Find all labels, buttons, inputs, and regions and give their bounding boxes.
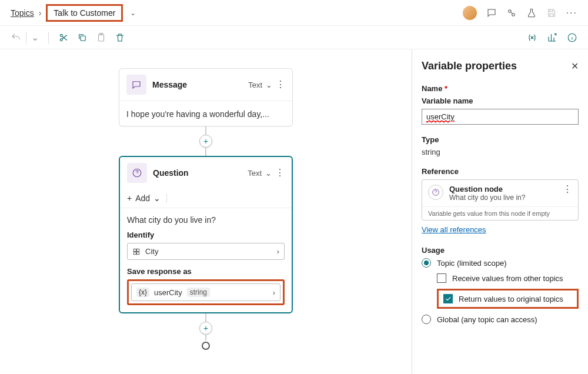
comment-icon[interactable] [486,8,497,18]
svg-point-3 [60,34,62,36]
chevron-down-icon[interactable]: ⌄ [130,9,136,17]
chevron-down-icon: ⌄ [153,193,161,203]
end-node [202,342,210,350]
node-title: Question [153,168,242,178]
reference-box: Question node What city do you live in? … [422,179,579,221]
return-values-highlight: Return values to original topics [437,289,579,309]
undo-icon[interactable] [11,32,21,43]
connector [205,335,206,340]
usage-label: Usage [422,246,579,255]
reference-label: Reference [422,167,579,176]
plus-icon: + [127,193,132,203]
canvas[interactable]: Message Text ⌄ ⋮ I hope you're having a … [0,49,412,374]
add-node-button[interactable]: + [199,135,212,148]
chevron-right-icon: › [277,247,279,256]
avatar[interactable] [463,6,477,20]
reference-footer: Variable gets value from this node if em… [422,206,578,220]
add-label: Add [135,193,150,203]
breadcrumb-current[interactable]: Talk to Customer [46,4,123,22]
close-icon[interactable]: ✕ [571,61,579,72]
entity-icon [132,248,141,256]
toolbar: ⌄ [0,26,588,49]
reference-subtitle: What city do you live in? [449,193,557,202]
add-bar[interactable]: + Add ⌄ [120,189,292,208]
breadcrumb-root[interactable]: Topics [11,8,34,18]
chevron-down-icon[interactable]: ⌄ [31,32,39,43]
header-actions: ··· [463,6,577,20]
message-icon [126,75,146,95]
paste-icon[interactable] [96,32,106,43]
save-label: Save response as [127,267,285,276]
breadcrumb: Topics › Talk to Customer ⌄ [11,4,136,22]
node-type-label[interactable]: Text [248,81,262,89]
panel-title: Variable properties [422,60,517,72]
node-title: Message [152,80,242,89]
variables-icon[interactable] [527,32,537,43]
var-name: userCity [154,288,182,297]
type-value: string [422,148,579,156]
save-response-field[interactable]: {x} userCity string › [131,283,280,301]
check-icon[interactable] [506,8,517,18]
var-token-icon: {x} [136,288,149,297]
view-all-references-link[interactable]: View all references [422,225,486,234]
save-response-highlight: {x} userCity string › [127,279,285,305]
name-sublabel: Variable name [422,96,579,105]
more-icon[interactable]: ⋮ [275,168,285,178]
more-icon[interactable]: ⋮ [276,80,285,89]
separator [48,32,49,44]
chevron-right-icon: › [39,8,42,18]
reference-title: Question node [449,185,557,193]
usage-topic-option[interactable]: Topic (limited scope) [422,258,579,268]
question-icon [428,185,443,200]
checkbox-icon [443,294,453,303]
radio-icon [422,258,431,268]
usage-global-option[interactable]: Global (any topic can access) [422,315,579,324]
checkbox-icon [437,273,446,283]
more-icon[interactable]: ··· [566,8,577,18]
var-type: string [187,288,210,297]
message-body[interactable]: I hope you're having a wonderful day,... [126,107,285,119]
question-prompt[interactable]: What city do you live in? [120,208,292,231]
delete-icon[interactable] [115,32,125,43]
chevron-right-icon: › [273,288,275,297]
name-label: Name * [422,84,579,93]
add-node-button[interactable]: + [199,322,212,335]
connector [205,148,206,156]
identify-value: City [145,247,272,256]
name-input[interactable]: userCity [422,109,579,125]
identify-field[interactable]: City › [127,243,285,260]
svg-point-2 [60,38,62,41]
header-bar: Topics › Talk to Customer ⌄ ··· [0,0,588,26]
variable-properties-panel: Variable properties ✕ Name * Variable na… [412,49,588,374]
svg-rect-4 [81,36,85,41]
connector [205,313,206,322]
copy-icon[interactable] [77,32,88,43]
separator [26,32,26,44]
more-icon[interactable]: ⋮ [563,185,572,194]
type-label: Type [422,135,579,144]
chevron-down-icon[interactable]: ⌄ [265,169,272,178]
receive-values-option[interactable]: Receive values from other topics [437,273,579,283]
info-icon[interactable] [567,32,577,43]
save-icon[interactable] [546,8,557,18]
message-node[interactable]: Message Text ⌄ ⋮ I hope you're having a … [119,68,293,126]
return-values-option[interactable]: Return values to original topics [443,294,572,303]
reference-item[interactable]: Question node What city do you live in? … [422,180,578,206]
svg-rect-12 [137,252,139,254]
analytics-icon[interactable] [547,32,557,43]
svg-rect-11 [133,252,136,254]
svg-rect-9 [133,249,136,251]
flask-icon[interactable] [526,8,537,18]
chevron-down-icon[interactable]: ⌄ [266,81,272,89]
radio-icon [422,315,431,324]
node-type-label[interactable]: Text [248,169,262,178]
connector [205,126,206,135]
identify-label: Identify [127,231,285,239]
question-node[interactable]: Question Text ⌄ ⋮ + Add ⌄ What city do y… [119,156,293,313]
cut-icon[interactable] [58,32,69,43]
svg-rect-10 [137,249,139,251]
question-icon [127,163,147,183]
